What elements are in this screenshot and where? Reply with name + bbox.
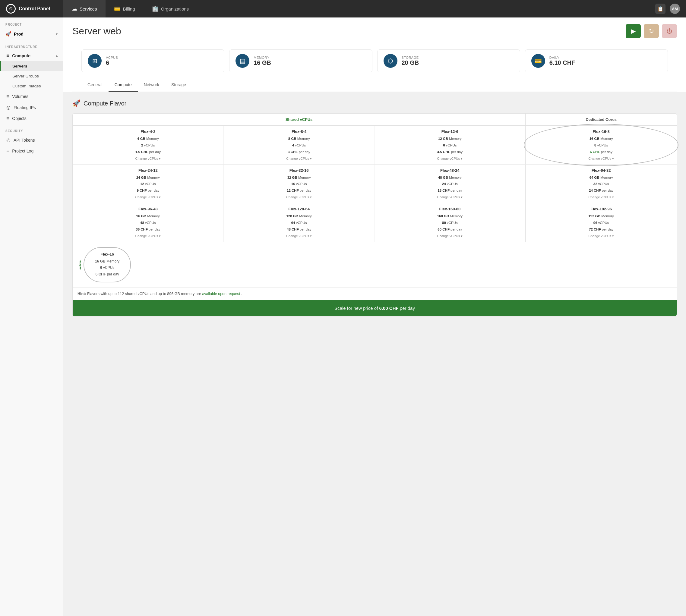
flavor-flex-12-6[interactable]: Flex-12-6 12 GB Memory 6 vCPUs 4.5 CHF p… — [375, 126, 526, 164]
flavor-flex-16-8[interactable]: Flex-16-8 16 GB Memory 8 vCPUs 6 CHF per… — [526, 126, 677, 164]
active-vcpus-label: vCPUs — [103, 265, 114, 270]
sidebar-item-compute[interactable]: ≡ Compute ▴ — [0, 50, 63, 61]
flex-16-8-spec: 16 GB Memory 8 vCPUs 6 CHF per day — [528, 136, 674, 155]
topbar-right: 📋 AM — [655, 4, 686, 14]
flex-32-16-change[interactable]: Change vCPUs ▾ — [226, 195, 372, 199]
flavor-flex-24-12[interactable]: Flex-24-12 24 GB Memory 12 vCPUs 9 CHF p… — [73, 164, 224, 203]
flex-96-48-change[interactable]: Change vCPUs ▾ — [75, 234, 221, 238]
sidebar-item-custom-images[interactable]: Custom Images — [0, 81, 63, 91]
active-badge: active — [79, 260, 82, 270]
sidebar-item-server-groups[interactable]: Server Groups — [0, 71, 63, 81]
sidebar-item-volumes[interactable]: ≡ Volumes — [0, 91, 63, 102]
flavor-flex-48-24[interactable]: Flex-48-24 48 GB Memory 24 vCPUs 18 CHF … — [375, 164, 526, 203]
nav-billing[interactable]: 💳 Billing — [106, 0, 144, 18]
topbar-nav: ☁ Services 💳 Billing 🏢 Organizations — [63, 0, 655, 18]
clipboard-button[interactable]: 📋 — [655, 4, 665, 14]
hint-link[interactable]: available upon request — [202, 292, 240, 296]
flex-64-32-spec: 64 GB Memory 32 vCPUs 24 CHF per day — [528, 175, 674, 194]
tab-compute[interactable]: Compute — [109, 79, 138, 92]
nav-org-label: Organizations — [161, 6, 189, 12]
sidebar-item-objects[interactable]: ≡ Objects — [0, 113, 63, 124]
refresh-button[interactable]: ↻ — [644, 24, 659, 38]
storage-icon: ⬡ — [384, 54, 398, 68]
flavor-flex-96-48[interactable]: Flex-96-48 96 GB Memory 48 vCPUs 36 CHF … — [73, 203, 224, 242]
stat-daily: 💳 Daily 6.10 CHF — [525, 49, 668, 72]
flavor-row-1: Flex-4-2 4 GB Memory 2 vCPUs 1.5 CHF per… — [73, 126, 677, 164]
project-icon: 🚀 — [5, 31, 12, 37]
tabs-row: General Compute Network Storage — [72, 79, 677, 92]
flex-64-32-change[interactable]: Change vCPUs ▾ — [528, 195, 674, 199]
content-area: 🚀 Compute Flavor Shared vCPUs Dedicated … — [63, 92, 686, 616]
security-label: SECURITY — [0, 124, 63, 134]
flavor-flex-4-2[interactable]: Flex-4-2 4 GB Memory 2 vCPUs 1.5 CHF per… — [73, 126, 224, 164]
flex-96-48-spec: 96 GB Memory 48 vCPUs 36 CHF per day — [75, 213, 221, 233]
flex-4-2-change[interactable]: Change vCPUs ▾ — [75, 157, 221, 161]
tab-general[interactable]: General — [81, 79, 109, 92]
flavor-flex-8-4[interactable]: Flex-8-4 8 GB Memory 4 vCPUs 3 CHF per d… — [224, 126, 375, 164]
sidebar-custom-images-label: Custom Images — [13, 84, 41, 88]
stat-vcpus-info: vCPUs 6 — [106, 56, 118, 66]
avatar[interactable]: AM — [670, 4, 680, 14]
flex-128-64-spec: 128 GB Memory 64 vCPUs 48 CHF per day — [226, 213, 372, 233]
scale-bar-text: Scale for new price of — [335, 306, 379, 311]
flex-96-48-name: Flex-96-48 — [75, 207, 221, 211]
flex-160-80-change[interactable]: Change vCPUs ▾ — [377, 234, 523, 238]
daily-label: Daily — [550, 56, 575, 59]
flex-12-6-change[interactable]: Change vCPUs ▾ — [377, 157, 523, 161]
sidebar-item-api-tokens[interactable]: ◎ API Tokens — [0, 134, 63, 146]
stat-daily-info: Daily 6.10 CHF — [550, 56, 575, 66]
sidebar-item-project-log[interactable]: ≡ Project Log — [0, 146, 63, 156]
flex-24-12-change[interactable]: Change vCPUs ▾ — [75, 195, 221, 199]
flex-8-4-name: Flex-8-4 — [226, 129, 372, 134]
project-selector[interactable]: 🚀 Prod ▾ — [0, 28, 63, 40]
flavor-flex-32-16[interactable]: Flex-32-16 32 GB Memory 16 vCPUs 12 CHF … — [224, 164, 375, 203]
flavor-flex-128-64[interactable]: Flex-128-64 128 GB Memory 64 vCPUs 48 CH… — [224, 203, 375, 242]
stat-storage-info: Storage 20 GB — [402, 56, 419, 66]
scale-bar[interactable]: Scale for new price of 6.00 CHF per day — [73, 300, 677, 316]
main-content: Server web ▶ ↻ ⏻ ⊞ vCPUs 6 ▤ — [63, 18, 686, 616]
flex-192-96-change[interactable]: Change vCPUs ▾ — [528, 234, 674, 238]
sidebar-volumes-label: Volumes — [12, 94, 28, 99]
shared-header: Shared vCPUs — [73, 114, 526, 125]
nav-services[interactable]: ☁ Services — [63, 0, 106, 18]
nav-billing-label: Billing — [123, 6, 135, 12]
flex-8-4-change[interactable]: Change vCPUs ▾ — [226, 157, 372, 161]
flavor-flex-192-96[interactable]: Flex-192-96 192 GB Memory 96 vCPUs 72 CH… — [526, 203, 677, 242]
active-chf-val: 6 CHF — [95, 272, 106, 277]
flex-192-96-name: Flex-192-96 — [528, 207, 674, 211]
storage-value: 20 GB — [402, 59, 419, 66]
flex-4-2-name: Flex-4-2 — [75, 129, 221, 134]
tab-storage[interactable]: Storage — [165, 79, 192, 92]
sidebar: PROJECT 🚀 Prod ▾ INFRASTRUCTURE ≡ Comput… — [0, 18, 63, 616]
storage-label: Storage — [402, 56, 419, 59]
power-button[interactable]: ⏻ — [662, 24, 677, 38]
flex-16-8-change[interactable]: Change vCPUs ▾ — [528, 157, 674, 161]
flavor-row-3: Flex-96-48 96 GB Memory 48 vCPUs 36 CHF … — [73, 203, 677, 242]
flex-12-6-spec: 12 GB Memory 6 vCPUs 4.5 CHF per day — [377, 136, 523, 155]
active-flavor-name: Flex-16 — [95, 252, 120, 257]
logo-icon: ⊙ — [6, 4, 16, 14]
tab-network[interactable]: Network — [138, 79, 165, 92]
active-flavor-card[interactable]: Flex-16 16 GB Memory 6 vCPUs 6 CHF per d… — [84, 247, 131, 283]
flex-48-24-change[interactable]: Change vCPUs ▾ — [377, 195, 523, 199]
project-name: Prod — [14, 31, 53, 37]
project-log-icon: ≡ — [6, 148, 9, 154]
play-button[interactable]: ▶ — [626, 24, 641, 38]
flavor-flex-160-80[interactable]: Flex-160-80 160 GB Memory 80 vCPUs 60 CH… — [375, 203, 526, 242]
flavor-grid: Shared vCPUs Dedicated Cores Flex-4-2 4 … — [72, 113, 677, 316]
scale-bar-suffix: per day — [399, 306, 415, 311]
sidebar-item-servers[interactable]: Servers — [0, 61, 63, 71]
flex-128-64-change[interactable]: Change vCPUs ▾ — [226, 234, 372, 238]
flex-48-24-name: Flex-48-24 — [377, 168, 523, 173]
hint-row: Hint: Flavors with up to 112 shared vCPU… — [73, 287, 677, 300]
flex-4-2-spec: 4 GB Memory 2 vCPUs 1.5 CHF per day — [75, 136, 221, 155]
flavor-flex-64-32[interactable]: Flex-64-32 64 GB Memory 32 vCPUs 24 CHF … — [526, 164, 677, 203]
sidebar-item-floating-ips[interactable]: ◎ Floating IPs — [0, 102, 63, 113]
compute-icon: ≡ — [6, 53, 9, 59]
nav-organizations[interactable]: 🏢 Organizations — [144, 0, 197, 18]
topbar: ⊙ Control Panel ☁ Services 💳 Billing 🏢 O… — [0, 0, 686, 18]
hint-bold: Hint: — [78, 292, 86, 296]
infrastructure-label: INFRASTRUCTURE — [0, 40, 63, 50]
sidebar-compute-label: Compute — [12, 53, 30, 58]
daily-icon: 💳 — [531, 54, 545, 68]
